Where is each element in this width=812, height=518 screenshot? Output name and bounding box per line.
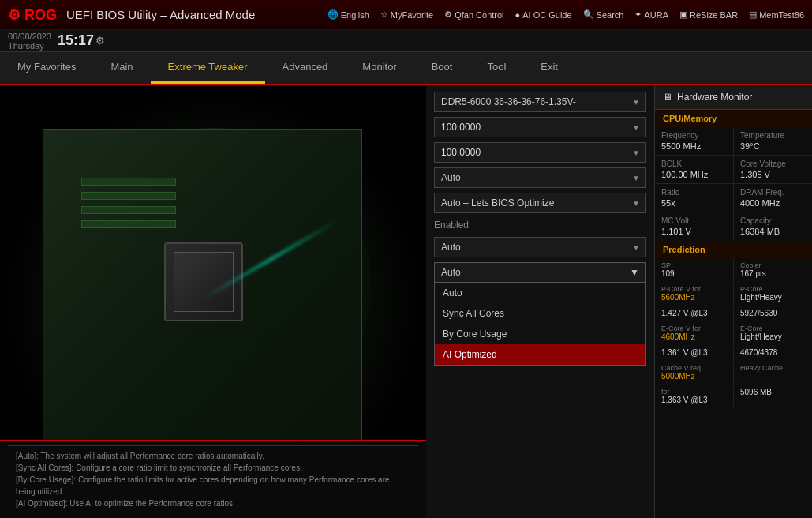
mb-slots bbox=[81, 178, 176, 228]
info-line-1: [Auto]: The system will adjust all Perfo… bbox=[16, 450, 410, 462]
pred-cache-v2-cell: for 1.363 V @L3 bbox=[655, 385, 733, 407]
cpu-memory-grid: Frequency 5500 MHz Temperature 39°C BCLK… bbox=[655, 127, 812, 240]
mb-board bbox=[43, 129, 362, 453]
mcvolt-value: 1.101 V bbox=[661, 227, 727, 236]
prediction-title: Prediction bbox=[655, 241, 812, 258]
perf-dropdown-container: Auto ▼ Auto Sync All Cores By Core Usage… bbox=[434, 262, 646, 283]
corevolt-cell: Core Voltage 1.305 V bbox=[734, 156, 812, 183]
freq-value: 5500 MHz bbox=[661, 141, 727, 151]
temp-value: 39°C bbox=[740, 141, 806, 151]
left-panel: [Auto]: The system will adjust all Perfo… bbox=[0, 85, 426, 518]
nav-main[interactable]: Main bbox=[93, 52, 150, 84]
nav-exit[interactable]: Exit bbox=[523, 52, 575, 84]
menu-memtest[interactable]: ▤ MemTest86 bbox=[749, 9, 804, 20]
bios-optimize-wrapper[interactable]: Auto – Lets BIOS Optimize Manual bbox=[434, 193, 646, 213]
option-auto[interactable]: Auto bbox=[435, 283, 645, 303]
pred-ecore-cell: E-Core Light/Heavy bbox=[734, 321, 812, 344]
bottom-info: [Auto]: The system will adjust all Perfo… bbox=[8, 445, 418, 513]
info-line-3: [By Core Usage]: Configure the ratio lim… bbox=[16, 474, 410, 497]
pred-row-2: P-Core V for 5600MHz P-Core Light/Heavy bbox=[655, 282, 812, 305]
hardware-monitor: 🖥 Hardware Monitor CPU/Memory Frequency … bbox=[654, 85, 812, 518]
pred-sp-cell: SP 109 bbox=[655, 258, 733, 281]
top-bar: ⚙ ROG UEFI BIOS Utility – Advanced Mode … bbox=[0, 0, 812, 30]
mb-slot-3 bbox=[81, 206, 176, 214]
menu-qfan[interactable]: ⚙ Qfan Control bbox=[444, 9, 503, 20]
nav-tool[interactable]: Tool bbox=[470, 52, 523, 84]
main-layout: [Auto]: The system will adjust all Perfo… bbox=[0, 85, 812, 518]
enabled-label: Enabled bbox=[434, 218, 646, 232]
menu-aioc[interactable]: ● AI OC Guide bbox=[515, 10, 572, 20]
nav-boot[interactable]: Boot bbox=[414, 52, 470, 84]
temp-label: Temperature bbox=[740, 131, 806, 140]
nav-advanced[interactable]: Advanced bbox=[265, 52, 346, 84]
input1-wrapper bbox=[434, 117, 646, 137]
settings-content: DDR5-6000 36-36-36-76-1.35V- Auto Manual bbox=[426, 85, 654, 518]
freq-label: Frequency bbox=[661, 131, 727, 140]
ddr5-select[interactable]: DDR5-6000 36-36-36-76-1.35V- bbox=[434, 92, 646, 112]
ddr5-select-wrapper[interactable]: DDR5-6000 36-36-36-76-1.35V- bbox=[434, 92, 646, 112]
ratio-value: 55x bbox=[661, 198, 727, 208]
option-ai-optimized[interactable]: AI Optimized bbox=[435, 344, 645, 365]
pred-ecore-v-cell: E-Core V for 4600MHz bbox=[655, 321, 733, 344]
clock: 15:17 bbox=[58, 32, 94, 49]
auto-select2-wrapper[interactable]: Auto Manual bbox=[434, 237, 646, 257]
pred-cooler-cell: Cooler 167 pts bbox=[734, 258, 812, 281]
info-strip: [Auto]: The system will adjust all Perfo… bbox=[0, 440, 426, 518]
menu-myfavorite[interactable]: ☆ MyFavorite bbox=[380, 9, 433, 20]
auto-select-2[interactable]: Auto Manual bbox=[434, 237, 646, 257]
ratio-label: Ratio bbox=[661, 188, 727, 197]
dramfreq-cell: DRAM Freq. 4000 MHz bbox=[734, 184, 812, 212]
menu-search[interactable]: 🔍 Search bbox=[583, 9, 624, 20]
perf-dropdown-trigger[interactable]: Auto ▼ bbox=[434, 262, 646, 283]
corevolt-value: 1.305 V bbox=[740, 170, 806, 179]
pred-pcore-v-cell: P-Core V for 5600MHz bbox=[655, 282, 733, 305]
perf-dropdown-value: Auto bbox=[441, 267, 461, 278]
dramfreq-label: DRAM Freq. bbox=[740, 188, 806, 197]
capacity-value: 16384 MB bbox=[740, 227, 806, 236]
pred-cache-size-cell: 5096 MB bbox=[734, 385, 812, 407]
mb-slot-2 bbox=[81, 192, 176, 200]
pred-row-6: Cache V req 5000MHz Heavy Cache bbox=[655, 361, 812, 384]
monitor-icon: 🖥 bbox=[663, 92, 672, 103]
nav-bar: My Favorites Main Extreme Tweaker Advanc… bbox=[0, 52, 812, 85]
info-line-2: [Sync All Cores]: Configure a core ratio… bbox=[16, 462, 410, 474]
settings-icon[interactable]: ⚙ bbox=[95, 35, 105, 47]
pred-pcore-v2-cell: 1.427 V @L3 bbox=[655, 306, 733, 321]
freq-input-1[interactable] bbox=[434, 117, 646, 137]
auto-select[interactable]: Auto Manual bbox=[434, 167, 646, 188]
pred-pcore-freq-cell: 5927/5630 bbox=[734, 306, 812, 321]
pred-row-7: for 1.363 V @L3 5096 MB bbox=[655, 385, 812, 407]
auto-select-wrapper[interactable]: Auto Manual bbox=[434, 167, 646, 188]
freq-cell: Frequency 5500 MHz bbox=[655, 127, 733, 155]
mb-slot-1 bbox=[81, 178, 176, 186]
pred-row-4: E-Core V for 4600MHz E-Core Light/Heavy bbox=[655, 321, 812, 344]
pred-row-1: SP 109 Cooler 167 pts bbox=[655, 258, 812, 281]
menu-english[interactable]: 🌐 English bbox=[327, 9, 369, 20]
bclk-cell: BCLK 100.00 MHz bbox=[655, 156, 733, 183]
nav-extremetweaker[interactable]: Extreme Tweaker bbox=[151, 52, 265, 84]
capacity-cell: Capacity 16384 MB bbox=[734, 212, 812, 240]
cpu-memory-section-title: CPU/Memory bbox=[655, 110, 812, 127]
bclk-label: BCLK bbox=[661, 160, 727, 168]
freq-input-2[interactable] bbox=[434, 142, 646, 163]
option-by-core[interactable]: By Core Usage bbox=[435, 324, 645, 344]
date-text: 06/08/2023 Thursday bbox=[8, 32, 51, 51]
input2-wrapper bbox=[434, 142, 646, 163]
mcvolt-cell: MC Volt. 1.101 V bbox=[655, 212, 733, 240]
datetime-bar: 06/08/2023 Thursday 15:17 ⚙ bbox=[0, 30, 812, 52]
mcvolt-label: MC Volt. bbox=[661, 216, 727, 225]
nav-myfavorites[interactable]: My Favorites bbox=[0, 52, 93, 84]
temp-cell: Temperature 39°C bbox=[734, 127, 812, 155]
nav-monitor[interactable]: Monitor bbox=[345, 52, 413, 84]
menu-aura[interactable]: ✦ AURA bbox=[634, 9, 668, 20]
perf-dropdown-options: Auto Sync All Cores By Core Usage AI Opt… bbox=[434, 283, 646, 366]
bios-optimize-select[interactable]: Auto – Lets BIOS Optimize Manual bbox=[434, 193, 646, 213]
bclk-value: 100.00 MHz bbox=[661, 170, 727, 179]
pred-row-5: 1.361 V @L3 4670/4378 bbox=[655, 345, 812, 360]
ratio-cell: Ratio 55x bbox=[655, 184, 733, 212]
menu-resizebar[interactable]: ▣ ReSize BAR bbox=[679, 9, 738, 20]
pred-ecore-freq-cell: 4670/4378 bbox=[734, 345, 812, 360]
mb-slot-4 bbox=[81, 220, 176, 228]
hw-monitor-title: 🖥 Hardware Monitor bbox=[655, 85, 812, 110]
option-sync-all[interactable]: Sync All Cores bbox=[435, 303, 645, 324]
